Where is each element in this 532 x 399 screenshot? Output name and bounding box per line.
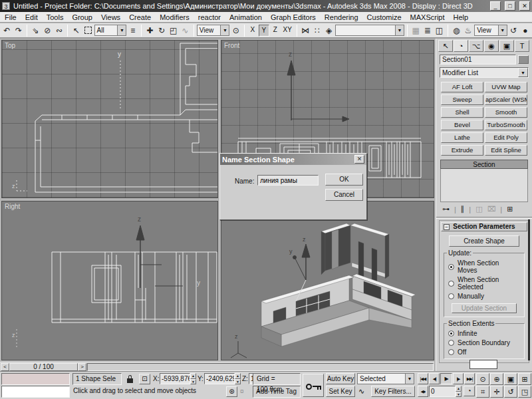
go-to-end-icon[interactable]: ▶▶| — [464, 373, 475, 384]
modifier-button-edit-poly[interactable]: Edit Poly — [485, 132, 527, 143]
modifier-button-edit-spline[interactable]: Edit Spline — [485, 145, 527, 156]
unlink-selection-icon[interactable]: ⊘ — [42, 24, 53, 37]
axis-xy-button[interactable]: XY — [281, 25, 294, 37]
y-spinner[interactable]: ▲▼ — [235, 373, 241, 384]
auto-key-button[interactable]: Auto Key — [326, 373, 355, 384]
pan-icon[interactable]: ✛ — [490, 386, 503, 398]
menu-maxscript[interactable]: MAXScript — [410, 13, 445, 21]
utilities-tab-icon[interactable]: T — [515, 40, 529, 52]
radio-when-section-moves[interactable]: When Section Moves — [448, 259, 520, 274]
radio-section-boundary[interactable]: Section Boundary — [448, 339, 520, 346]
menu-help[interactable]: Help — [454, 13, 469, 21]
shape-name-input[interactable] — [257, 175, 319, 186]
arc-rotate-icon[interactable]: ↺ — [504, 386, 517, 398]
crossing-selection-toggle-icon[interactable]: ⊛ — [226, 386, 237, 397]
select-object-icon[interactable]: ↖ — [70, 24, 82, 37]
menu-reactor[interactable]: reactor — [198, 13, 221, 21]
dialog-title-bar[interactable]: Name Section Shape ✕ — [220, 154, 366, 165]
modifier-button-shell[interactable]: Shell — [441, 107, 483, 118]
viewport-right-label[interactable]: Right — [5, 203, 20, 210]
material-editor-icon[interactable]: ◍ — [451, 24, 462, 37]
x-coordinate-field[interactable]: -5939,8765 — [160, 373, 190, 384]
modifier-button-turbosmooth[interactable]: TurboSmooth — [485, 120, 527, 130]
chevron-down-icon[interactable]: ▼ — [405, 374, 414, 384]
render-setup-icon[interactable]: ♨ — [462, 24, 473, 37]
render-type-dropdown[interactable]: View ▼ — [474, 25, 507, 36]
zoom-all-icon[interactable]: ⊕ — [490, 373, 503, 385]
hierarchy-tab-icon[interactable]: ⌥ — [469, 40, 483, 52]
configure-modifier-sets-icon[interactable]: ⊞ — [507, 205, 513, 213]
radio-icon[interactable] — [448, 293, 454, 299]
axis-y-button[interactable]: Y — [259, 25, 269, 37]
layer-manager-icon[interactable]: ≣ — [422, 24, 434, 37]
select-and-move-icon[interactable]: ✚ — [144, 24, 156, 37]
minimize-icon[interactable]: _ — [490, 1, 501, 11]
viewport-front-label[interactable]: Front — [224, 42, 239, 49]
modifier-button-af-loft[interactable]: AF Loft — [441, 82, 483, 92]
cancel-button[interactable]: Cancel — [325, 189, 363, 201]
notification-icon[interactable]: ¤ — [240, 388, 244, 395]
menu-customize[interactable]: Customize — [367, 13, 402, 21]
modifier-button-lathe[interactable]: Lathe — [441, 132, 483, 143]
select-and-manipulate-icon[interactable]: ∿ — [180, 24, 191, 37]
viewport-perspective[interactable]: z y z — [221, 201, 434, 360]
bind-to-space-warp-icon[interactable]: ∾ — [54, 24, 65, 37]
zoom-extents-icon[interactable]: ▣ — [504, 373, 517, 385]
axis-z-button[interactable]: Z — [270, 25, 281, 37]
menu-rendering[interactable]: Rendering — [325, 13, 358, 21]
go-to-start-icon[interactable]: |◀◀ — [418, 373, 428, 384]
menu-animation[interactable]: Animation — [229, 13, 262, 21]
object-name-field[interactable]: Section01 — [440, 55, 516, 65]
redo-icon[interactable]: ↷ — [13, 24, 25, 37]
menu-group[interactable]: Group — [72, 13, 92, 21]
restore-icon[interactable]: □ — [505, 1, 515, 11]
chevron-down-icon[interactable]: ▼ — [220, 25, 229, 35]
chevron-down-icon[interactable]: ▼ — [518, 68, 528, 77]
modify-tab-icon[interactable]: ◔ — [454, 40, 468, 52]
render-last-icon[interactable]: ● — [519, 24, 531, 37]
modifier-button-bevel[interactable]: Bevel — [441, 120, 483, 130]
time-forward-arrow[interactable]: > — [78, 363, 86, 371]
radio-icon[interactable] — [448, 349, 454, 355]
modifier-button-uvw-map[interactable]: UVW Map — [485, 82, 527, 92]
dialog-close-icon[interactable]: ✕ — [354, 155, 364, 164]
current-frame-field[interactable]: 0 — [429, 386, 456, 397]
radio-off[interactable]: Off — [448, 348, 520, 356]
play-icon[interactable]: ▶ — [440, 373, 452, 384]
mirror-icon[interactable]: ⋈ — [300, 24, 311, 37]
viewport-right[interactable]: Right z y z — [1, 201, 218, 360]
chevron-down-icon[interactable]: ▼ — [498, 25, 507, 35]
set-key-button[interactable]: Set Key — [326, 386, 355, 397]
time-slider-handle[interactable]: 0 / 100 — [9, 363, 78, 371]
create-shape-button[interactable]: Create Shape — [449, 235, 519, 247]
section-color-swatch[interactable] — [469, 360, 497, 369]
select-and-scale-icon[interactable]: ◰ — [168, 24, 179, 37]
create-tab-icon[interactable]: ↖ — [438, 40, 453, 52]
maxscript-listener-input[interactable] — [1, 386, 70, 398]
modifier-stack-selected-item[interactable]: Section — [440, 160, 528, 169]
selection-lock-icon[interactable] — [124, 374, 136, 385]
panel-scrollbar[interactable] — [528, 219, 530, 360]
modifier-button-mapscaler[interactable]: apScaler (WSM — [485, 94, 527, 105]
absolute-mode-toggle-icon[interactable]: ⊡ — [139, 374, 150, 384]
select-and-link-icon[interactable]: ⇘ — [30, 24, 41, 37]
schematic-view-icon[interactable]: ◫ — [434, 24, 445, 37]
pin-stack-icon[interactable]: ⊶ — [442, 205, 450, 213]
close-icon[interactable]: ✕ — [519, 1, 530, 11]
x-spinner[interactable]: ▲▼ — [190, 373, 196, 384]
snaps-toggle-icon[interactable]: ∷ — [312, 24, 323, 37]
chevron-down-icon[interactable]: ▼ — [395, 25, 404, 35]
toggle-set-key-mode-icon[interactable] — [303, 374, 324, 397]
reference-coordinate-dropdown[interactable]: View ▼ — [197, 25, 230, 36]
key-filter-dropdown[interactable]: Selected ▼ — [357, 373, 414, 384]
key-mode-toggle-icon[interactable]: ◀● — [418, 386, 428, 397]
next-frame-icon[interactable]: |▶ — [453, 373, 464, 384]
object-color-swatch[interactable] — [518, 55, 529, 64]
previous-frame-icon[interactable]: ◀| — [429, 373, 440, 384]
collapse-icon[interactable]: − — [444, 224, 450, 230]
remove-modifier-icon[interactable]: ⌧ — [487, 205, 496, 213]
undo-icon[interactable]: ↶ — [1, 24, 13, 37]
time-configuration-icon[interactable]: ◔ — [464, 386, 475, 396]
ok-button[interactable]: OK — [325, 174, 363, 186]
maxscript-listener-output[interactable] — [1, 373, 70, 385]
